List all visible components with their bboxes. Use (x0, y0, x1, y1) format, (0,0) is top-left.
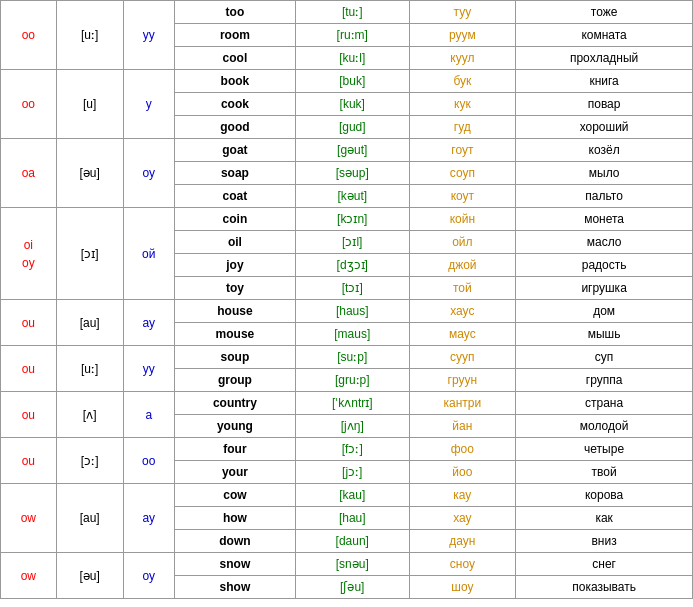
transcription-cell: [snəu] (295, 553, 409, 576)
phonetic-cell: [ʌ] (56, 392, 123, 438)
word-cell: country (174, 392, 295, 415)
transcription-cell: [ʃəu] (295, 576, 409, 599)
table-row: ou[uː]ууsoup[suːp]суупсуп (1, 346, 693, 369)
translation-cell: пальто (516, 185, 693, 208)
table-row: ou[au]ауhouse[haus]хаусдом (1, 300, 693, 323)
translation-cell: монета (516, 208, 693, 231)
translation-cell: страна (516, 392, 693, 415)
phonetic-cell: [uː] (56, 1, 123, 70)
word-cell: book (174, 70, 295, 93)
translation-cell: комната (516, 24, 693, 47)
word-cell: coin (174, 208, 295, 231)
word-cell: soup (174, 346, 295, 369)
letters-cell: ou (1, 438, 57, 484)
ru-word-cell: маус (409, 323, 516, 346)
letters-cell: ou (1, 300, 57, 346)
translation-cell: корова (516, 484, 693, 507)
main-table: oo[uː]ууtoo[tuː]туутожеroom[ruːm]руумком… (0, 0, 693, 599)
translation-cell: группа (516, 369, 693, 392)
phonetic-cell: [u] (56, 70, 123, 139)
letters-ru-cell: оо (123, 438, 174, 484)
word-cell: good (174, 116, 295, 139)
table-row: oa[əu]оуgoat[gəut]гоуткозёл (1, 139, 693, 162)
transcription-cell: [maus] (295, 323, 409, 346)
table-row: ow[əu]оуsnow[snəu]сноуснег (1, 553, 693, 576)
phonetic-cell: [au] (56, 300, 123, 346)
transcription-cell: [kəut] (295, 185, 409, 208)
letters-cell: ou (1, 392, 57, 438)
phonetic-cell: [əu] (56, 553, 123, 599)
translation-cell: мыло (516, 162, 693, 185)
transcription-cell: [kuːl] (295, 47, 409, 70)
word-cell: oil (174, 231, 295, 254)
transcription-cell: [haus] (295, 300, 409, 323)
transcription-cell: [suːp] (295, 346, 409, 369)
table-row: oo[u]уbook[buk]буккнига (1, 70, 693, 93)
letters-ru-cell: у (123, 70, 174, 139)
ru-word-cell: гоут (409, 139, 516, 162)
word-cell: your (174, 461, 295, 484)
ru-word-cell: куул (409, 47, 516, 70)
word-cell: toy (174, 277, 295, 300)
word-cell: young (174, 415, 295, 438)
letters-cell: ou (1, 346, 57, 392)
table-row: ou[ʌ]аcountry[ˈkʌntrɪ]кантристрана (1, 392, 693, 415)
letters-ru-cell: оу (123, 553, 174, 599)
letters-cell: oioy (1, 208, 57, 300)
transcription-cell: [jɔː] (295, 461, 409, 484)
transcription-cell: [fɔː] (295, 438, 409, 461)
letters-cell: ow (1, 553, 57, 599)
transcription-cell: [kau] (295, 484, 409, 507)
word-cell: show (174, 576, 295, 599)
phonetic-cell: [ɔː] (56, 438, 123, 484)
translation-cell: масло (516, 231, 693, 254)
ru-word-cell: фоо (409, 438, 516, 461)
ru-word-cell: той (409, 277, 516, 300)
transcription-cell: [tɔɪ] (295, 277, 409, 300)
word-cell: too (174, 1, 295, 24)
ru-word-cell: груун (409, 369, 516, 392)
ru-word-cell: руум (409, 24, 516, 47)
translation-cell: тоже (516, 1, 693, 24)
letters-cell: ow (1, 484, 57, 553)
translation-cell: книга (516, 70, 693, 93)
letters-ru-cell: ау (123, 300, 174, 346)
word-cell: snow (174, 553, 295, 576)
word-cell: how (174, 507, 295, 530)
word-cell: joy (174, 254, 295, 277)
word-cell: group (174, 369, 295, 392)
transcription-cell: [gəut] (295, 139, 409, 162)
word-cell: house (174, 300, 295, 323)
table-row: oo[uː]ууtoo[tuː]туутоже (1, 1, 693, 24)
ru-word-cell: йан (409, 415, 516, 438)
translation-cell: суп (516, 346, 693, 369)
letters-ru-cell: уу (123, 1, 174, 70)
translation-cell: молодой (516, 415, 693, 438)
ru-word-cell: хау (409, 507, 516, 530)
ru-word-cell: йоо (409, 461, 516, 484)
transcription-cell: [səup] (295, 162, 409, 185)
table-row: oioy[ɔɪ]ойcoin[kɔɪn]койнмонета (1, 208, 693, 231)
ru-word-cell: кантри (409, 392, 516, 415)
word-cell: cow (174, 484, 295, 507)
table-row: ow[au]ауcow[kau]каукорова (1, 484, 693, 507)
transcription-cell: [hau] (295, 507, 409, 530)
ru-word-cell: шоу (409, 576, 516, 599)
translation-cell: как (516, 507, 693, 530)
word-cell: goat (174, 139, 295, 162)
transcription-cell: [ˈkʌntrɪ] (295, 392, 409, 415)
ru-word-cell: кау (409, 484, 516, 507)
letters-ru-cell: ау (123, 484, 174, 553)
word-cell: coat (174, 185, 295, 208)
ru-word-cell: бук (409, 70, 516, 93)
transcription-cell: [ɔɪl] (295, 231, 409, 254)
translation-cell: дом (516, 300, 693, 323)
ru-word-cell: коут (409, 185, 516, 208)
ru-word-cell: гуд (409, 116, 516, 139)
word-cell: cool (174, 47, 295, 70)
ru-word-cell: сноу (409, 553, 516, 576)
phonetic-cell: [uː] (56, 346, 123, 392)
table-row: ou[ɔː]ооfour[fɔː]фоочетыре (1, 438, 693, 461)
word-cell: mouse (174, 323, 295, 346)
word-cell: four (174, 438, 295, 461)
